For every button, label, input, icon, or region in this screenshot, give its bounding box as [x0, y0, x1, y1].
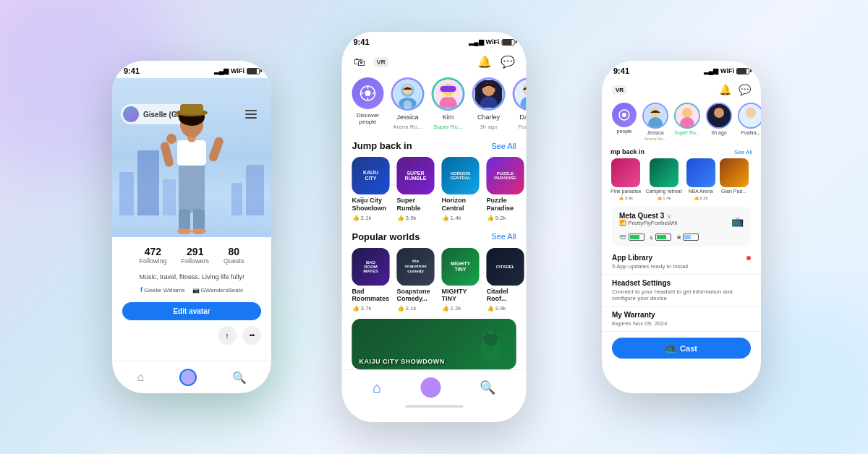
home-nav-left[interactable]: ⌂: [137, 371, 144, 384]
mighty-name: MIGHTY TINY: [442, 288, 480, 304]
quest-kim[interactable]: Super Ru...: [674, 103, 700, 141]
avatar-nav-center[interactable]: [420, 377, 441, 398]
banner-game-name: KAIJU CITY SHOWDOWN: [359, 358, 445, 365]
search-nav-left[interactable]: 🔍: [232, 371, 247, 385]
my-warranty-desc: Expires Nov 09, 2024: [612, 320, 751, 327]
quest-discover[interactable]: people: [612, 103, 637, 141]
my-warranty-item[interactable]: My Warranty Expires Nov 09, 2024: [602, 307, 761, 332]
signal-icon-right: ▂▄▆: [704, 67, 718, 74]
red-dot-app-library: [746, 256, 751, 260]
charley-avatar-svg: [475, 80, 503, 108]
quest-game-camping[interactable]: Camping retreat 👍 1.4k: [645, 158, 681, 200]
jessica-avatar-svg: [394, 80, 422, 108]
top-bar-right: 🔔 💬: [477, 55, 515, 69]
charley-sub: 3h ago: [480, 124, 497, 130]
edit-avatar-button[interactable]: Edit avatar: [122, 302, 261, 320]
game-horizon[interactable]: HORIZONCENTRAL Horizon Central 👍 1.4k: [442, 157, 480, 221]
darrell-avatar: [515, 80, 527, 108]
vr-battery: 🥽: [619, 234, 644, 241]
game-citadel[interactable]: CITADEL Citadel Roof... 👍 2.9k: [487, 248, 524, 312]
quest-game-gian[interactable]: Gian Pad...: [720, 158, 749, 200]
followers-count: 291: [182, 246, 210, 257]
story-charley[interactable]: Charley 3h ago: [472, 77, 506, 130]
bell-icon-center[interactable]: 🔔: [477, 55, 492, 69]
my-warranty-title: My Warranty: [612, 311, 751, 319]
vr-batt-bar: [629, 234, 644, 241]
quest-pink-name: Pink paradise: [610, 189, 641, 194]
wifi-icon-left: WiFi: [231, 67, 244, 74]
bell-icon-right[interactable]: 🔔: [719, 84, 731, 95]
citadel-name: Citadel Roof...: [487, 288, 524, 304]
instagram-handle: GWandersBeats: [201, 287, 243, 294]
svg-rect-10: [179, 209, 190, 231]
more-button[interactable]: •••: [242, 326, 261, 345]
home-nav-center[interactable]: ⌂: [373, 380, 381, 396]
center-phone: 9:41 ▂▄▆ WiFi 🛍 VR 🔔 💬: [342, 32, 527, 422]
game-bad-roommates[interactable]: BADROOMMATES Bad Roommates 👍 3.7k: [352, 248, 390, 312]
avatar-svg: [156, 97, 228, 234]
quest-game-nba[interactable]: NBA Arena 👍 9.2k: [686, 158, 715, 200]
facebook-link[interactable]: f Giselle Williams: [140, 286, 184, 294]
wifi-indicator: 📶: [619, 220, 626, 226]
time-left: 9:41: [124, 67, 140, 75]
menu-button[interactable]: [245, 106, 263, 123]
svg-point-9: [166, 134, 176, 144]
chat-icon-center[interactable]: 💬: [501, 55, 515, 69]
jump-back-in-games: KAIJUCITY Kaiju City Showdown 👍 2.1k SUP…: [342, 157, 527, 228]
kaiju-banner[interactable]: KAIJU CITY SHOWDOWN: [352, 319, 516, 369]
quest-pink-thumb: [611, 158, 640, 187]
search-nav-center[interactable]: 🔍: [480, 380, 495, 395]
popular-see-all[interactable]: See All: [491, 232, 516, 241]
quest-kim-ring: [674, 103, 700, 129]
vr-headset-icon[interactable]: VR: [374, 57, 389, 67]
rumble-thumb: SUPERRUMBLE: [397, 157, 435, 194]
quest-camping-stat: 👍 1.4k: [657, 195, 671, 200]
game-puzzle[interactable]: PUZZLEPARADISE Puzzle Paradise 👍 9.2k: [487, 157, 524, 221]
cast-icon: 📺: [665, 343, 676, 353]
bag-icon[interactable]: 🛍: [354, 56, 365, 69]
share-button[interactable]: ↑: [218, 326, 237, 345]
left-phone: 9:41 ▂▄▆ WiFi Giselle (Gigi): [112, 61, 271, 393]
game-mighty-tiny[interactable]: MIGHTYTINY MIGHTY TINY 👍 1.2k: [442, 248, 480, 312]
quest-jessica[interactable]: Jessica Arena Ro...: [642, 103, 668, 141]
menu-line-1: [245, 110, 257, 111]
profile-mini-avatar: [123, 106, 139, 122]
kim-sub: Super Ru...: [433, 124, 462, 130]
cast-button[interactable]: 📺 Cast: [612, 338, 751, 359]
svg-point-42: [622, 113, 626, 117]
r-controller-icon: R: [677, 235, 681, 240]
svg-point-15: [365, 90, 371, 96]
quest-charley[interactable]: 3h ago: [706, 103, 732, 141]
instagram-link[interactable]: 📷 GWandersBeats: [192, 286, 243, 294]
avatar-nav-left[interactable]: [179, 369, 197, 386]
kim-ring: [432, 77, 465, 111]
quest-darrell[interactable]: FoaNa...: [738, 103, 761, 141]
chat-icon-right[interactable]: 💬: [739, 84, 751, 95]
quest-game-pink[interactable]: Pink paradise 👍 3.9k: [610, 158, 641, 200]
quest-kim-svg: [676, 104, 699, 127]
quest-kim-avatar: [676, 104, 699, 127]
app-library-item[interactable]: App Library 5 App updates ready to insta…: [602, 249, 761, 275]
wifi-icon-center: WiFi: [486, 38, 500, 46]
jump-see-all[interactable]: See All: [491, 142, 516, 150]
game-kaiju[interactable]: KAIJUCITY Kaiju City Showdown 👍 2.1k: [352, 157, 390, 221]
quest-cast-small-icon[interactable]: 📺: [731, 215, 744, 227]
rumble-thumbs-icon: 👍: [397, 215, 404, 221]
quest-jessica-ring: [642, 103, 668, 129]
signal-icon-center: ▂▄▆: [469, 38, 483, 46]
puzzle-thumbs-icon: 👍: [487, 215, 494, 221]
puzzle-art: PUZZLEPARADISE: [487, 157, 524, 194]
share-icon: ↑: [225, 331, 229, 340]
story-darrell[interactable]: Darrell FoaNa...: [513, 77, 527, 130]
game-rumble[interactable]: SUPERRUMBLE Super Rumble 👍 3.9k: [397, 157, 435, 221]
status-icons-right: ▂▄▆ WiFi: [704, 67, 749, 74]
story-jessica[interactable]: Jessica Arena Ro...: [391, 77, 425, 130]
following-label: Following: [139, 257, 166, 265]
quest-jump-see-all[interactable]: See All: [734, 149, 752, 155]
story-kim[interactable]: Kim Super Ru...: [432, 77, 465, 130]
jump-back-in-header: Jump back in See All: [342, 137, 527, 157]
headset-settings-item[interactable]: Headset Settings Connect to your headset…: [602, 275, 761, 307]
soapstone-stat: 👍 2.1k: [397, 305, 435, 312]
story-discover[interactable]: Discoverpeople: [352, 77, 384, 130]
game-soapstone[interactable]: thesoapstonecomedy Soapstone Comedy... 👍…: [397, 248, 435, 312]
